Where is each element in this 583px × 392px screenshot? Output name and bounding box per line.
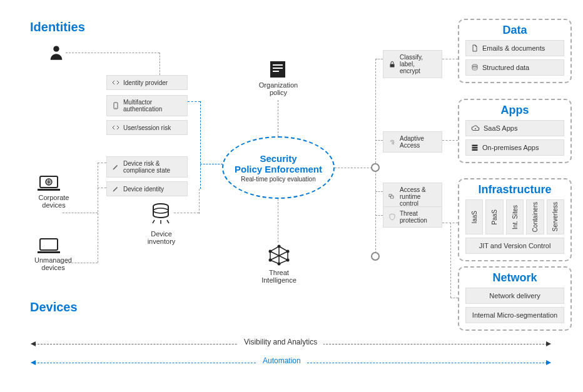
- conn-to-devid: [98, 188, 106, 188]
- svg-rect-22: [391, 196, 394, 198]
- visibility-label: Visibility and Analytics: [238, 338, 323, 346]
- device-risk-text: Device risk & compliance state: [123, 160, 182, 174]
- svg-rect-27: [472, 149, 478, 151]
- corporate-devices-label: Corporate devices: [30, 194, 78, 209]
- adaptive-chip: Adaptive Access: [383, 131, 442, 153]
- infra-panel: Infrastructure IaaS PaaS Int. Sites Cont…: [458, 178, 572, 261]
- infra-title: Infrastructure: [465, 183, 564, 196]
- devices-section-title: Devices: [30, 300, 78, 314]
- session-risk-text: User/session risk: [123, 124, 171, 131]
- mfa-text: Multifactor authentication: [123, 99, 182, 113]
- device-identity-text: Device identity: [123, 186, 164, 193]
- svg-rect-2: [38, 189, 60, 191]
- conn-to-data: [442, 59, 458, 59]
- device-identity-chip: Device identity: [106, 181, 188, 196]
- graph-icon: [268, 244, 290, 266]
- code-icon: [112, 124, 119, 131]
- center-title-2: Policy Enforcement: [235, 164, 322, 174]
- automation-label: Automation: [256, 356, 307, 365]
- apps-panel: Apps SaaS Apps On-premises Apps: [458, 99, 572, 163]
- svg-rect-4: [40, 239, 58, 250]
- access-runtime-text: Access & runtime control: [400, 186, 437, 207]
- conn-threat-v: [278, 199, 278, 243]
- conn-center-left: [200, 164, 223, 164]
- unmanaged-devices-label: Unmanaged devices: [26, 256, 80, 271]
- ring-1: [371, 163, 380, 172]
- lock-icon: [388, 61, 396, 68]
- network-delivery-item: Network delivery: [465, 288, 564, 304]
- person-icon: [48, 44, 65, 61]
- svg-point-24: [472, 66, 477, 68]
- network-title: Network: [465, 271, 564, 284]
- adaptive-text: Adaptive Access: [400, 135, 437, 149]
- svg-point-0: [53, 46, 59, 52]
- session-risk-chip: User/session risk: [106, 120, 188, 135]
- svg-rect-12: [273, 68, 283, 69]
- conn-access: [375, 191, 383, 192]
- cloud-icon: [471, 124, 480, 132]
- data-title: Data: [465, 24, 564, 37]
- conn-inv-h: [174, 213, 199, 213]
- conn-threatprot: [375, 215, 383, 216]
- phone-icon: [112, 102, 119, 109]
- apps-title: Apps: [465, 104, 564, 117]
- svg-rect-26: [472, 147, 478, 149]
- data-panel: Data Emails & documents Structured data: [458, 19, 572, 83]
- conn-right-spine: [375, 59, 376, 256]
- center-ellipse: Security Policy Enforcement Real-time po…: [222, 136, 335, 199]
- svg-rect-13: [273, 71, 279, 72]
- conn-inv-v: [199, 189, 200, 214]
- conn-corp-h: [63, 213, 98, 213]
- paas-cell: PaaS: [485, 199, 503, 234]
- svg-rect-20: [390, 64, 395, 67]
- conn-person-v: [160, 53, 160, 75]
- identity-provider-text: Identity provider: [123, 79, 168, 86]
- svg-point-23: [472, 64, 477, 66]
- structured-item: Structured data: [465, 59, 564, 76]
- globe-laptop-icon: [38, 175, 60, 191]
- conn-person-h: [66, 53, 160, 53]
- serverless-cell: Serverless: [547, 199, 564, 234]
- svg-rect-5: [38, 251, 60, 253]
- conn-devices-v: [98, 163, 98, 263]
- conn-adaptive: [375, 140, 383, 141]
- mfa-chip: Multifactor authentication: [106, 95, 188, 116]
- conn-orgpolicy-v: [278, 100, 278, 136]
- device-risk-chip: Device risk & compliance state: [106, 156, 188, 178]
- conn-center-right: [335, 168, 375, 168]
- file-icon: [471, 44, 479, 52]
- classify-text: Classify, label, encrypt: [400, 54, 437, 74]
- pencil-icon: [112, 185, 119, 193]
- classify-chip: Classify, label, encrypt: [383, 50, 442, 78]
- conn-to-devrisk: [98, 163, 106, 163]
- identity-provider-chip: Identity provider: [106, 75, 188, 90]
- server-icon: [471, 144, 479, 151]
- onprem-item: On-premises Apps: [465, 139, 564, 156]
- jit-item: JIT and Version Control: [465, 238, 564, 254]
- database-icon: [148, 201, 173, 226]
- intsites-cell: Int. Sites: [506, 199, 524, 234]
- pencil-icon: [112, 163, 119, 171]
- svg-point-7: [116, 108, 116, 108]
- identities-title: Identities: [30, 20, 85, 34]
- conn-unmanaged-h: [63, 263, 98, 263]
- conn-to-apps: [442, 140, 458, 141]
- threat-intel-label: Threat Intelligence: [255, 269, 303, 284]
- org-policy-label: Organization policy: [250, 81, 307, 96]
- code-icon: [112, 79, 119, 86]
- shield-icon: [388, 213, 396, 221]
- emails-item: Emails & documents: [465, 40, 564, 56]
- laptop-icon: [38, 238, 60, 254]
- microseg-item: Internal Micro-segmentation: [465, 307, 564, 323]
- iaas-cell: IaaS: [465, 199, 483, 234]
- center-subtitle: Real-time policy evaluation: [241, 176, 316, 183]
- document-icon: [269, 60, 286, 79]
- conn-classify: [375, 59, 383, 59]
- db-icon: [471, 64, 479, 71]
- threat-prot-chip: Threat protection: [383, 206, 442, 228]
- conn-infra-net-v: [450, 223, 451, 298]
- conn-mfa-blue: [188, 101, 200, 102]
- device-inventory-label: Device inventory: [138, 230, 185, 245]
- windows-icon: [388, 193, 396, 201]
- conn-to-network: [450, 298, 458, 298]
